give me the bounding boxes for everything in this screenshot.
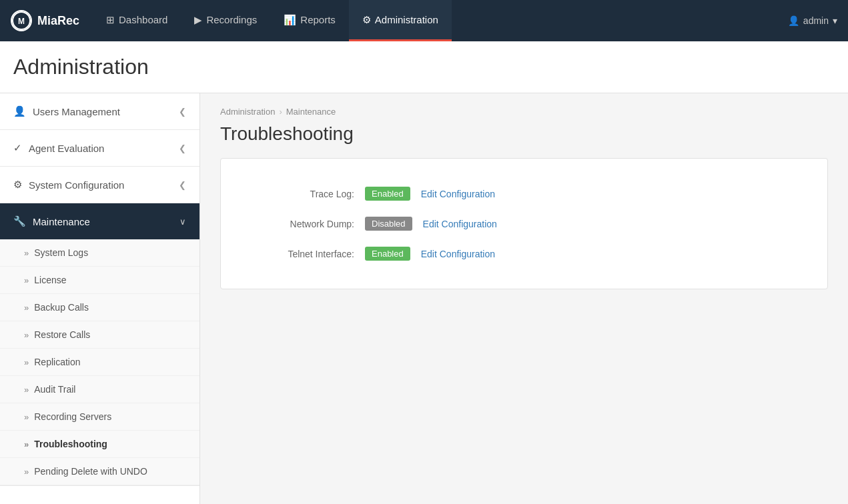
arrow-icon-backup: » — [24, 303, 29, 313]
network-dump-label: Network Dump: — [248, 219, 354, 229]
chevron-right-icon-agent: ❮ — [179, 143, 186, 153]
dashboard-icon: ⊞ — [106, 14, 115, 26]
recording-servers-label: Recording Servers — [34, 411, 111, 422]
telnet-status: Enabled — [365, 247, 410, 261]
breadcrumb-administration[interactable]: Administration — [220, 107, 275, 117]
network-dump-status: Disabled — [365, 217, 412, 231]
replication-label: Replication — [34, 357, 80, 367]
brand-logo-link[interactable]: M MiaRec — [11, 10, 79, 31]
nav-administration[interactable]: ⚙ Administration — [349, 0, 452, 41]
backup-calls-label: Backup Calls — [34, 302, 89, 313]
restore-calls-label: Restore Calls — [34, 329, 90, 340]
breadcrumb: Administration › Maintenance — [220, 107, 828, 117]
breadcrumb-separator: › — [279, 107, 282, 117]
config-row-trace-log: Trace Log: Enabled Edit Configuration — [248, 179, 801, 209]
config-row-telnet: Telnet Interface: Enabled Edit Configura… — [248, 239, 801, 269]
nav-items: ⊞ Dashboard ▶ Recordings 📊 Reports ⚙ Adm… — [93, 0, 788, 41]
page-title: Administration — [13, 55, 828, 79]
nav-recordings-label: Recordings — [206, 14, 257, 25]
brand-name: MiaRec — [37, 14, 79, 28]
sidebar-section-config: ⚙ System Configuration ❮ — [0, 167, 199, 203]
telnet-edit-link[interactable]: Edit Configuration — [421, 249, 495, 259]
top-navbar: M MiaRec ⊞ Dashboard ▶ Recordings 📊 Repo… — [0, 0, 848, 41]
chevron-right-icon: ❮ — [179, 107, 186, 117]
sidebar-maintenance[interactable]: 🔧 Maintenance ∨ — [0, 203, 199, 239]
trace-log-edit-link[interactable]: Edit Configuration — [421, 189, 495, 199]
config-row-network-dump: Network Dump: Disabled Edit Configuratio… — [248, 209, 801, 239]
reports-icon: 📊 — [284, 14, 296, 26]
svg-text:M: M — [18, 17, 25, 26]
gear-section-icon: ⚙ — [13, 179, 22, 191]
arrow-icon-troubleshooting: » — [24, 439, 29, 449]
page-header: Administration — [0, 41, 848, 93]
content-title: Troubleshooting — [220, 123, 828, 145]
nav-dashboard[interactable]: ⊞ Dashboard — [93, 0, 181, 41]
sidebar-maintenance-label: Maintenance — [33, 216, 90, 227]
nav-recordings[interactable]: ▶ Recordings — [181, 0, 270, 41]
sidebar-agent-evaluation[interactable]: ✓ Agent Evaluation ❮ — [0, 130, 199, 166]
telnet-label: Telnet Interface: — [248, 249, 354, 259]
chevron-right-icon-config: ❮ — [179, 180, 186, 190]
sidebar-users-label: Users Management — [33, 106, 120, 117]
chevron-down-icon-maintenance: ∨ — [179, 217, 186, 227]
system-logs-label: System Logs — [34, 247, 88, 258]
sidebar-config-label: System Configuration — [29, 179, 124, 191]
trace-log-label: Trace Log: — [248, 189, 354, 199]
wrench-section-icon: 🔧 — [13, 215, 26, 227]
maintenance-subitems: » System Logs » License » Backup Calls »… — [0, 239, 199, 485]
breadcrumb-maintenance: Maintenance — [286, 107, 336, 117]
brand-logo-icon: M — [12, 11, 31, 30]
admin-icon: ⚙ — [362, 14, 371, 26]
main-layout: 👤 Users Management ❮ ✓ Agent Evaluation … — [0, 93, 848, 504]
arrow-icon-audit: » — [24, 385, 29, 395]
network-dump-edit-link[interactable]: Edit Configuration — [423, 219, 497, 229]
sidebar-item-audit-trail[interactable]: » Audit Trail — [0, 376, 199, 403]
main-content: Administration › Maintenance Troubleshoo… — [200, 93, 848, 504]
brand-logo-circle: M — [11, 10, 32, 31]
arrow-icon-recording-servers: » — [24, 412, 29, 422]
sidebar-item-license[interactable]: » License — [0, 267, 199, 294]
sidebar-item-pending-delete[interactable]: » Pending Delete with UNDO — [0, 458, 199, 485]
arrow-icon-license: » — [24, 275, 29, 285]
nav-reports-label: Reports — [300, 14, 336, 25]
sidebar-item-system-logs[interactable]: » System Logs — [0, 239, 199, 267]
user-label: admin — [803, 15, 829, 26]
sidebar-users-management[interactable]: 👤 Users Management ❮ — [0, 93, 199, 129]
check-section-icon: ✓ — [13, 142, 22, 154]
user-icon: 👤 — [788, 15, 799, 26]
arrow-icon-system-logs: » — [24, 248, 29, 258]
sidebar-section-maintenance: 🔧 Maintenance ∨ » System Logs » License … — [0, 203, 199, 486]
sidebar-section-users: 👤 Users Management ❮ — [0, 93, 199, 130]
audit-trail-label: Audit Trail — [34, 384, 75, 395]
sidebar-item-backup-calls[interactable]: » Backup Calls — [0, 294, 199, 321]
config-card: Trace Log: Enabled Edit Configuration Ne… — [220, 158, 828, 289]
arrow-icon-pending: » — [24, 467, 29, 477]
sidebar-item-troubleshooting[interactable]: » Troubleshooting — [0, 431, 199, 458]
sidebar-section-agent: ✓ Agent Evaluation ❮ — [0, 130, 199, 167]
nav-administration-label: Administration — [375, 14, 438, 25]
user-dropdown-icon: ▾ — [833, 15, 837, 26]
nav-dashboard-label: Dashboard — [119, 14, 167, 25]
pending-delete-label: Pending Delete with UNDO — [34, 466, 147, 477]
arrow-icon-replication: » — [24, 357, 29, 367]
recordings-icon: ▶ — [194, 14, 202, 26]
sidebar-system-configuration[interactable]: ⚙ System Configuration ❮ — [0, 167, 199, 203]
user-section-icon: 👤 — [13, 105, 26, 117]
license-label: License — [34, 275, 66, 285]
trace-log-status: Enabled — [365, 187, 410, 201]
sidebar-item-recording-servers[interactable]: » Recording Servers — [0, 403, 199, 431]
sidebar-agent-label: Agent Evaluation — [29, 143, 104, 154]
sidebar: 👤 Users Management ❮ ✓ Agent Evaluation … — [0, 93, 200, 504]
sidebar-item-restore-calls[interactable]: » Restore Calls — [0, 321, 199, 349]
nav-reports[interactable]: 📊 Reports — [270, 0, 349, 41]
troubleshooting-label: Troubleshooting — [34, 439, 107, 449]
sidebar-item-replication[interactable]: » Replication — [0, 349, 199, 376]
arrow-icon-restore: » — [24, 330, 29, 340]
user-menu[interactable]: 👤 admin ▾ — [788, 15, 837, 26]
